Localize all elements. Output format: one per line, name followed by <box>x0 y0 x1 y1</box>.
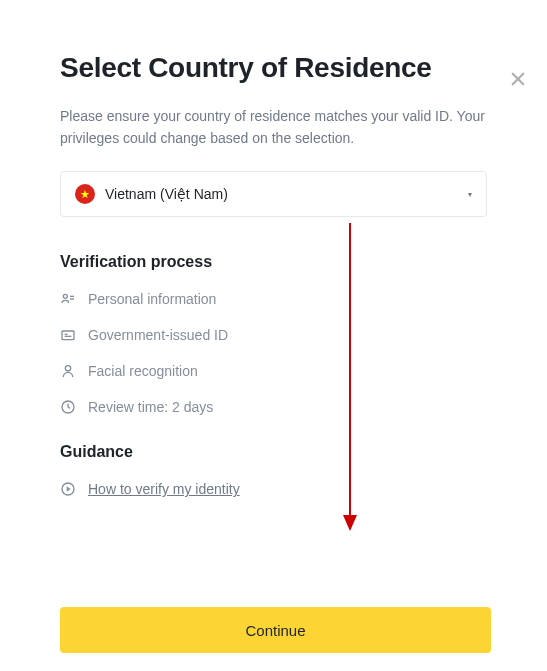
face-icon <box>60 363 76 379</box>
step-label: Review time: 2 days <box>88 399 213 415</box>
guidance-heading: Guidance <box>60 443 487 461</box>
svg-rect-5 <box>62 331 74 340</box>
play-circle-icon <box>60 481 76 497</box>
close-button[interactable] <box>509 70 527 88</box>
step-review-time: Review time: 2 days <box>60 399 487 415</box>
country-select[interactable]: ★ Vietnam (Việt Nam) ▾ <box>60 171 487 217</box>
step-label: Government-issued ID <box>88 327 228 343</box>
verification-steps: Personal information Government-issued I… <box>60 291 487 415</box>
page-title: Select Country of Residence <box>60 52 487 84</box>
step-facial-recognition: Facial recognition <box>60 363 487 379</box>
svg-point-2 <box>63 295 67 299</box>
country-residence-modal: Select Country of Residence Please ensur… <box>0 52 547 517</box>
svg-marker-13 <box>343 515 357 531</box>
page-subtitle: Please ensure your country of residence … <box>60 106 487 149</box>
country-name: Vietnam (Việt Nam) <box>105 186 228 202</box>
person-card-icon <box>60 291 76 307</box>
clock-icon <box>60 399 76 415</box>
flag-star-icon: ★ <box>80 189 90 200</box>
step-personal-info: Personal information <box>60 291 487 307</box>
close-icon <box>509 70 527 88</box>
id-card-icon <box>60 327 76 343</box>
step-label: Personal information <box>88 291 216 307</box>
svg-point-8 <box>65 366 70 371</box>
chevron-down-icon: ▾ <box>468 190 472 199</box>
guidance-row: How to verify my identity <box>60 481 487 497</box>
flag-icon: ★ <box>75 184 95 204</box>
step-label: Facial recognition <box>88 363 198 379</box>
continue-button[interactable]: Continue <box>60 607 491 653</box>
step-government-id: Government-issued ID <box>60 327 487 343</box>
verification-heading: Verification process <box>60 253 487 271</box>
svg-marker-11 <box>67 487 71 492</box>
guidance-link[interactable]: How to verify my identity <box>88 481 240 497</box>
